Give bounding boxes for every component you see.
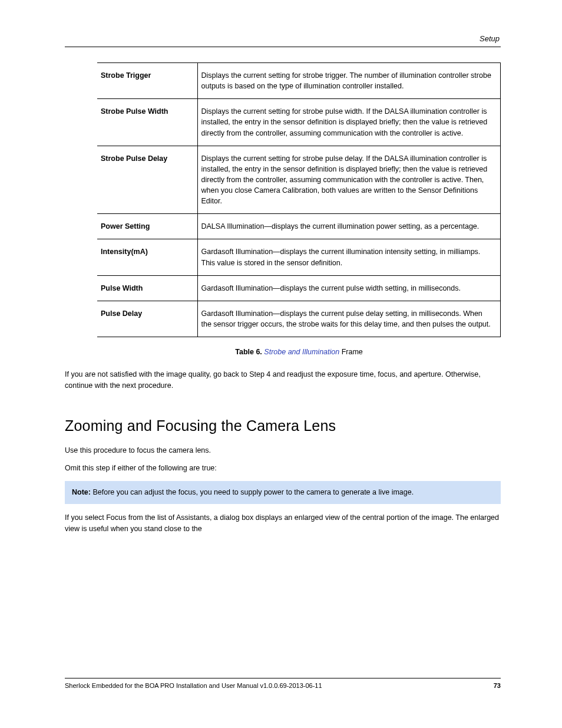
row-desc: Displays the current setting for strobe … xyxy=(197,146,501,214)
row-desc: Gardasoft Illumination—displays the curr… xyxy=(197,239,501,275)
strobe-illumination-table: Strobe Trigger Displays the current sett… xyxy=(97,62,501,337)
row-label: Intensity(mA) xyxy=(97,239,197,275)
row-desc: Displays the current setting for strobe … xyxy=(197,63,501,99)
row-desc: DALSA Illumination—displays the current … xyxy=(197,214,501,239)
below-note-paragraph: If you select Focus from the list of Ass… xyxy=(65,512,501,535)
header-section: Setup xyxy=(65,34,501,43)
table-row: Pulse Delay Gardasoft Illumination—displ… xyxy=(97,301,501,337)
caption-suffix: Frame xyxy=(339,348,363,356)
section-heading: Zooming and Focusing the Camera Lens xyxy=(65,417,501,434)
page-footer: Sherlock Embedded for the BOA PRO Instal… xyxy=(65,678,501,689)
row-desc: Gardasoft Illumination—displays the curr… xyxy=(197,301,501,337)
table-caption: Table 6. Strobe and Illumination Frame xyxy=(97,348,501,356)
row-label: Pulse Width xyxy=(97,275,197,301)
note-text: Before you can adjust the focus, you nee… xyxy=(92,488,414,496)
caption-link[interactable]: Strobe and Illumination xyxy=(264,348,339,356)
row-label: Strobe Pulse Delay xyxy=(97,146,197,214)
row-desc: Gardasoft Illumination—displays the curr… xyxy=(197,275,501,301)
footer-rule xyxy=(65,678,501,678)
table-row: Intensity(mA) Gardasoft Illumination—dis… xyxy=(97,239,501,275)
body-paragraph-1: Use this procedure to focus the camera l… xyxy=(65,445,501,456)
row-label: Strobe Pulse Width xyxy=(97,99,197,146)
table-row: Pulse Width Gardasoft Illumination—displ… xyxy=(97,275,501,301)
note-box: Note: Before you can adjust the focus, y… xyxy=(65,481,501,504)
row-label: Pulse Delay xyxy=(97,301,197,337)
row-desc: Displays the current setting for strobe … xyxy=(197,99,501,146)
header-rule xyxy=(65,47,501,47)
table-row: Power Setting DALSA Illumination—display… xyxy=(97,214,501,239)
note-prefix: Note: xyxy=(72,488,92,496)
table-row: Strobe Trigger Displays the current sett… xyxy=(97,63,501,99)
caption-number: Table 6. xyxy=(235,348,262,356)
row-label: Power Setting xyxy=(97,214,197,239)
body-paragraph-2: Omit this step if either of the followin… xyxy=(65,463,501,474)
footer-doc-title: Sherlock Embedded for the BOA PRO Instal… xyxy=(65,682,322,689)
row-label: Strobe Trigger xyxy=(97,63,197,99)
table-row: Strobe Pulse Delay Displays the current … xyxy=(97,146,501,214)
table-row: Strobe Pulse Width Displays the current … xyxy=(97,99,501,146)
after-table-paragraph: If you are not satisfied with the image … xyxy=(65,369,501,391)
footer-page-number: 73 xyxy=(494,682,501,689)
